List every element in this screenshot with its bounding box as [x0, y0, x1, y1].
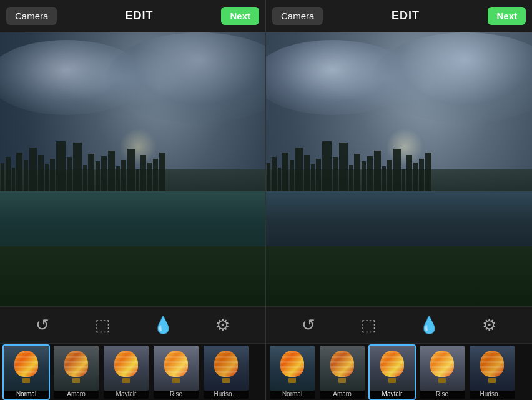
cloud-3-right [319, 48, 452, 108]
filter-thumb-normal-left [4, 346, 49, 391]
filter-strip-right: Normal Amaro [266, 344, 532, 400]
water-layer-right [266, 191, 532, 251]
drop-icon-right[interactable]: 💧 [418, 314, 440, 336]
photo-area-left [0, 32, 265, 306]
filter-label-amaro-right: Amaro [320, 389, 365, 399]
filter-thumb-rise-right [420, 346, 465, 391]
rotate-icon-right[interactable]: ↺ [297, 314, 320, 336]
crop-icon-right[interactable]: ⬚ [358, 314, 380, 336]
rotate-icon-left[interactable]: ↺ [31, 314, 54, 336]
photo-bg-left [0, 32, 265, 306]
trees-layer-right [266, 246, 532, 306]
filter-amaro-right[interactable]: Amaro [318, 344, 366, 400]
filter-thumb-mayfair-right [370, 346, 415, 391]
filter-mayfair-right[interactable]: Mayfair [368, 344, 416, 400]
water-layer-left [0, 191, 265, 251]
adjust-icon-right[interactable]: ⚙ [478, 314, 501, 336]
filter-label-hudson-right: Hudso… [470, 389, 515, 399]
buildings-right [266, 159, 532, 192]
filter-strip-left: Normal Amaro [0, 344, 265, 400]
filter-thumb-rise-left [154, 346, 199, 391]
camera-button-left[interactable]: Camera [6, 7, 57, 25]
filter-hudson-right[interactable]: Hudso… [468, 344, 516, 400]
filter-hudson-left[interactable]: Hudso… [202, 344, 250, 400]
filter-label-mayfair-left: Mayfair [104, 389, 149, 399]
filter-label-normal-right: Normal [270, 389, 315, 399]
photo-bg-right [266, 32, 532, 306]
filter-amaro-left[interactable]: Amaro [52, 344, 100, 400]
panel-left: Camera EDIT Next [0, 0, 266, 400]
cloud-3-left [53, 48, 186, 108]
filter-thumb-hudson-left [204, 346, 249, 391]
adjust-icon-left[interactable]: ⚙ [212, 314, 234, 336]
crop-icon-left[interactable]: ⬚ [91, 314, 114, 336]
filter-label-rise-left: Rise [154, 389, 199, 399]
next-button-left[interactable]: Next [221, 7, 259, 25]
filter-mayfair-left[interactable]: Mayfair [102, 344, 150, 400]
panel-right: Camera EDIT Next [266, 0, 532, 400]
drop-icon-left[interactable]: 💧 [152, 314, 174, 336]
header-right: Camera EDIT Next [266, 0, 532, 32]
edit-title-left: EDIT [125, 9, 153, 22]
filter-rise-right[interactable]: Rise [418, 344, 466, 400]
filter-normal-left[interactable]: Normal [2, 344, 50, 400]
panels-container: Camera EDIT Next [0, 0, 532, 400]
trees-layer-left [0, 246, 265, 306]
filter-thumb-mayfair-left [104, 346, 149, 391]
filter-normal-right[interactable]: Normal [268, 344, 316, 400]
filter-thumb-normal-right [270, 346, 315, 391]
next-button-right[interactable]: Next [488, 7, 526, 25]
filter-thumb-hudson-right [470, 346, 515, 391]
buildings-left [0, 159, 265, 192]
toolbar-right: ↺ ⬚ 💧 ⚙ [266, 306, 532, 344]
filter-label-hudson-left: Hudso… [204, 389, 249, 399]
edit-title-right: EDIT [392, 9, 420, 22]
header-left: Camera EDIT Next [0, 0, 265, 32]
filter-label-mayfair-right: Mayfair [370, 389, 415, 399]
photo-area-right [266, 32, 532, 306]
camera-button-right[interactable]: Camera [272, 7, 323, 25]
filter-thumb-amaro-left [54, 346, 99, 391]
filter-thumb-amaro-right [320, 346, 365, 391]
toolbar-left: ↺ ⬚ 💧 ⚙ [0, 306, 265, 344]
filter-label-normal-left: Normal [4, 389, 49, 399]
filter-label-amaro-left: Amaro [54, 389, 99, 399]
filter-rise-left[interactable]: Rise [152, 344, 200, 400]
filter-label-rise-right: Rise [420, 389, 465, 399]
